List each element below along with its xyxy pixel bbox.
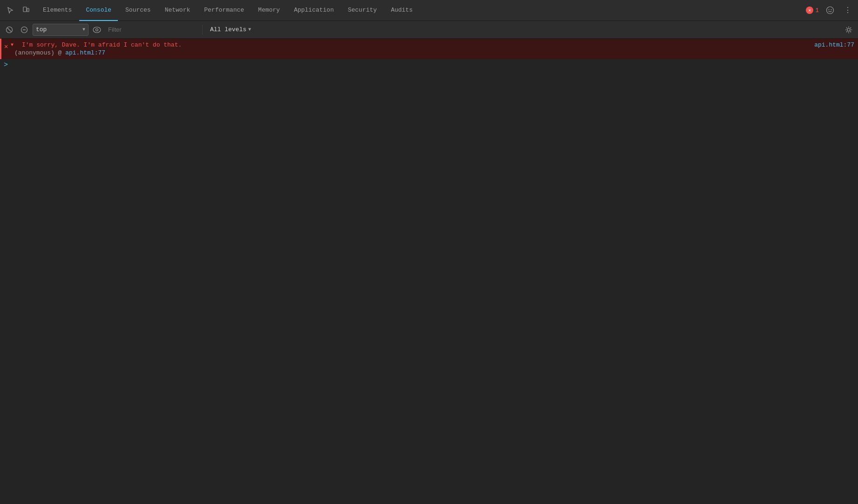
nav-right: ✕ 1 ⋮ [806,4,854,17]
more-options-button[interactable]: ⋮ [841,4,854,17]
error-count-badge[interactable]: ✕ 1 [806,7,819,14]
svg-rect-0 [23,7,27,12]
tab-network[interactable]: Network [158,0,197,21]
context-selector-text: top [36,26,80,33]
error-content: I'm sorry, Dave. I'm afraid I can't do t… [14,41,182,56]
context-selector[interactable]: top ▼ [33,24,89,36]
error-file-link[interactable]: api.html:77 [814,41,854,48]
eye-button[interactable] [90,23,103,36]
nav-icons [4,4,33,17]
svg-line-6 [7,28,11,32]
error-stack-link[interactable]: api.html:77 [65,49,105,56]
error-message: I'm sorry, Dave. I'm afraid I can't do t… [14,41,182,48]
tab-security[interactable]: Security [341,0,383,21]
preserve-log-button[interactable] [18,23,31,36]
svg-point-10 [96,28,98,31]
levels-arrow-icon: ▼ [248,27,251,32]
svg-point-4 [831,9,832,10]
svg-point-2 [827,7,834,14]
context-selector-arrow-icon: ▼ [82,27,85,32]
error-row: ✕ ▼ I'm sorry, Dave. I'm afraid I can't … [0,39,858,59]
error-count-text: 1 [815,7,819,14]
tab-console[interactable]: Console [79,0,118,21]
console-prompt-icon: > [4,61,8,69]
nav-tabs: Elements Console Sources Network Perform… [36,0,419,20]
svg-rect-1 [27,8,29,12]
tab-application[interactable]: Application [287,0,340,21]
levels-dropdown[interactable]: All levels ▼ [206,24,255,36]
clear-console-button[interactable] [3,23,16,36]
svg-point-9 [93,27,101,33]
tab-performance[interactable]: Performance [197,0,251,21]
error-expand-icon[interactable]: ▼ [11,42,14,48]
console-input[interactable] [12,61,854,68]
tab-memory[interactable]: Memory [252,0,286,21]
device-toolbar-button[interactable] [20,4,33,17]
error-row-inner: I'm sorry, Dave. I'm afraid I can't do t… [14,41,854,56]
levels-label: All levels [210,26,246,33]
toolbar: top ▼ All levels ▼ [0,21,858,39]
error-x-icon: ✕ [4,42,8,50]
smiley-icon[interactable] [824,4,837,17]
filter-input[interactable] [105,25,198,34]
nav-bar: Elements Console Sources Network Perform… [0,0,858,21]
svg-point-3 [829,9,830,10]
console-area: ✕ ▼ I'm sorry, Dave. I'm afraid I can't … [0,39,858,71]
error-count-circle: ✕ [806,7,813,14]
error-stack: (anonymous) @ api.html:77 [14,49,182,56]
inspect-element-button[interactable] [4,4,17,17]
tab-elements[interactable]: Elements [36,0,78,21]
tab-sources[interactable]: Sources [119,0,157,21]
settings-button[interactable] [842,23,855,36]
tab-audits[interactable]: Audits [384,0,419,21]
more-options-icon: ⋮ [844,6,852,15]
toolbar-divider [202,25,203,34]
console-input-row: > [0,59,858,71]
svg-point-11 [847,28,850,31]
error-stack-prefix: (anonymous) @ [14,49,65,56]
